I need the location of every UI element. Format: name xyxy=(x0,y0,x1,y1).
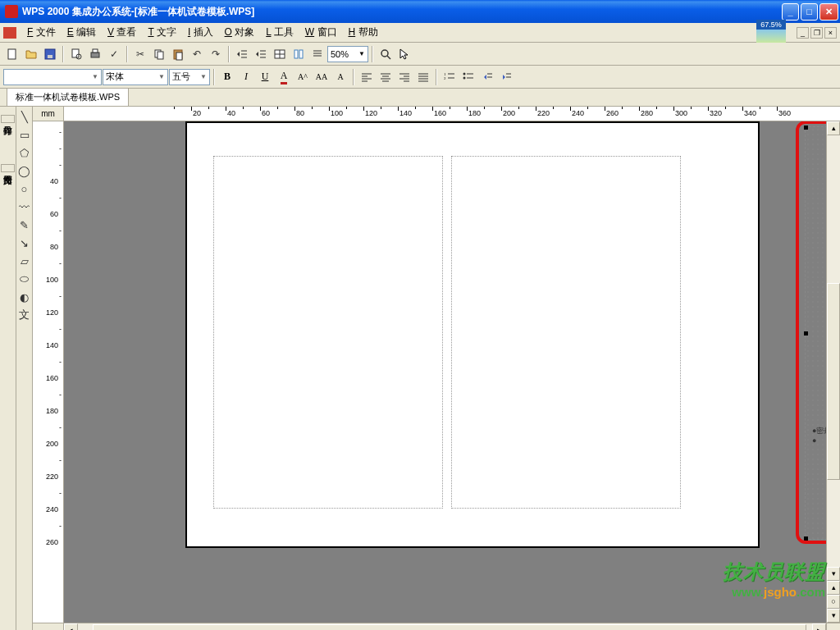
horizontal-scrollbar[interactable]: ◂ ▸ xyxy=(33,623,840,630)
underline-button[interactable]: U xyxy=(256,68,274,86)
cylinder-tool-icon[interactable]: ⬭ xyxy=(18,272,31,285)
align-center-button[interactable] xyxy=(377,68,395,86)
svg-rect-20 xyxy=(294,50,298,58)
doctab-row: 标准一体机试卷模板.WPS xyxy=(0,89,840,107)
vertical-ruler[interactable]: ---40-60-80-100-120-140-160-180-200-220-… xyxy=(33,121,64,623)
subscript-button[interactable]: AA xyxy=(313,68,331,86)
redo-button[interactable]: ↷ xyxy=(207,45,225,63)
menu-file[interactable]: F 文件 xyxy=(21,23,62,42)
mdi-minimize-button[interactable]: _ xyxy=(797,27,809,39)
bold-button[interactable]: B xyxy=(218,68,236,86)
circle-tool-icon[interactable]: ○ xyxy=(18,182,31,195)
save-button[interactable] xyxy=(41,45,59,63)
number-list-button[interactable]: 12 xyxy=(441,68,459,86)
decrease-indent-button[interactable] xyxy=(478,68,496,86)
scroll-right-button[interactable]: ▸ xyxy=(812,623,826,630)
ellipse-tool-icon[interactable]: ◯ xyxy=(18,164,31,177)
svg-line-26 xyxy=(387,56,390,59)
paragraph-button[interactable] xyxy=(308,45,326,63)
zoom-combo[interactable]: 50%▼ xyxy=(327,46,368,62)
page-down-button[interactable]: ▾ xyxy=(827,609,840,623)
column-1[interactable] xyxy=(213,156,443,509)
svg-rect-21 xyxy=(299,50,303,58)
italic-button[interactable]: I xyxy=(237,68,255,86)
print-button[interactable] xyxy=(86,45,104,63)
scroll-left-button[interactable]: ◂ xyxy=(64,623,78,630)
selected-seal-column[interactable]: ●密封线内不要答题● xyxy=(805,126,826,540)
minimize-button[interactable]: _ xyxy=(782,3,799,21)
doctab[interactable]: 标准一体机试卷模板.WPS xyxy=(7,88,129,106)
resize-handle-nw[interactable] xyxy=(804,126,808,130)
paste-button[interactable] xyxy=(169,45,187,63)
seal-pattern xyxy=(806,127,826,539)
align-right-button[interactable] xyxy=(395,68,413,86)
align-justify-button[interactable] xyxy=(414,68,432,86)
maximize-button[interactable]: □ xyxy=(801,3,818,21)
table-button[interactable] xyxy=(271,45,289,63)
page-select-button[interactable]: ○ xyxy=(827,595,840,609)
title-app: WPS 2000 集成办公系统 xyxy=(22,5,131,19)
vertical-scrollbar[interactable]: ▴ ▾ ▴ ○ ▾ xyxy=(826,121,840,623)
increase-indent-button[interactable] xyxy=(497,68,515,86)
font-combo[interactable]: 宋体▼ xyxy=(103,69,168,85)
svg-rect-0 xyxy=(8,49,16,59)
line-tool-icon[interactable]: ╲ xyxy=(18,110,31,123)
scroll-down-button[interactable]: ▾ xyxy=(827,567,840,581)
outdent-button[interactable] xyxy=(233,45,251,63)
page-up-button[interactable]: ▴ xyxy=(827,581,840,595)
column-2[interactable] xyxy=(451,156,681,509)
rect-tool-icon[interactable]: ▭ xyxy=(18,128,31,141)
cube-tool-icon[interactable]: ▱ xyxy=(18,254,31,267)
mdi-restore-button[interactable]: ❐ xyxy=(810,27,823,39)
menu-view[interactable]: V 查看 xyxy=(102,23,142,42)
align-left-button[interactable] xyxy=(358,68,376,86)
scroll-up-button[interactable]: ▴ xyxy=(827,121,840,135)
copy-button[interactable] xyxy=(150,45,168,63)
title-doc: [标准一体机试卷模板.WPS] xyxy=(135,5,255,19)
callout-tool-icon[interactable]: ◐ xyxy=(18,290,31,304)
print-preview-button[interactable] xyxy=(67,45,85,63)
pointer-button[interactable] xyxy=(395,45,413,63)
toolbar-format: ▼ 宋体▼ 五号▼ B I U A A^ AA A 12 xyxy=(0,66,840,89)
scroll-thumb-h[interactable] xyxy=(93,624,806,630)
menu-tool[interactable]: L 工具 xyxy=(260,23,299,42)
fontcolor-button[interactable]: A xyxy=(275,68,293,86)
polygon-tool-icon[interactable]: ⬠ xyxy=(18,146,31,159)
menu-window[interactable]: W 窗口 xyxy=(299,23,343,42)
columns-button[interactable] xyxy=(290,45,308,63)
mdi-close-button[interactable]: × xyxy=(824,27,837,39)
resize-handle-sw[interactable] xyxy=(804,536,808,541)
arrow-tool-icon[interactable]: ↘ xyxy=(18,236,31,249)
canvas[interactable]: ●密封线内不要答题● xyxy=(64,121,826,623)
horizontal-ruler[interactable]: 2040608010012014016018020022024026028030… xyxy=(64,107,840,121)
menu-object[interactable]: O 对象 xyxy=(219,23,261,42)
wizard-tab[interactable]: 操作向导 xyxy=(1,115,15,123)
svg-rect-5 xyxy=(91,52,99,57)
cut-button[interactable]: ✂ xyxy=(131,45,149,63)
fontsize-combo[interactable]: 五号▼ xyxy=(169,69,210,85)
curve-tool-icon[interactable]: 〰 xyxy=(18,200,31,213)
style-combo[interactable]: ▼ xyxy=(3,69,102,85)
resize-handle-w[interactable] xyxy=(804,331,808,336)
menu-edit[interactable]: E 编辑 xyxy=(62,23,102,42)
freeform-tool-icon[interactable]: ✎ xyxy=(18,218,31,231)
symbols-tab[interactable]: 图文符号库 xyxy=(1,164,15,172)
menu-text[interactable]: T 文字 xyxy=(142,23,181,42)
case-button[interactable]: A xyxy=(331,68,349,86)
spell-check-button[interactable]: ✓ xyxy=(105,45,123,63)
menu-insert[interactable]: I 插入 xyxy=(182,23,219,42)
menu-help[interactable]: H 帮助 xyxy=(343,23,384,42)
close-button[interactable]: ✕ xyxy=(819,3,838,21)
superscript-button[interactable]: A^ xyxy=(294,68,312,86)
svg-rect-2 xyxy=(48,55,52,58)
undo-button[interactable]: ↶ xyxy=(188,45,206,63)
new-button[interactable] xyxy=(3,45,21,63)
scroll-thumb-v[interactable] xyxy=(827,283,840,480)
indent-button[interactable] xyxy=(252,45,270,63)
find-button[interactable] xyxy=(377,45,395,63)
open-button[interactable] xyxy=(22,45,40,63)
zoom-thumbnail[interactable]: 67.5% xyxy=(756,20,786,43)
text-tool-icon[interactable]: 文 xyxy=(18,308,31,322)
bullet-list-button[interactable] xyxy=(459,68,477,86)
page: ●密封线内不要答题● xyxy=(185,121,760,548)
